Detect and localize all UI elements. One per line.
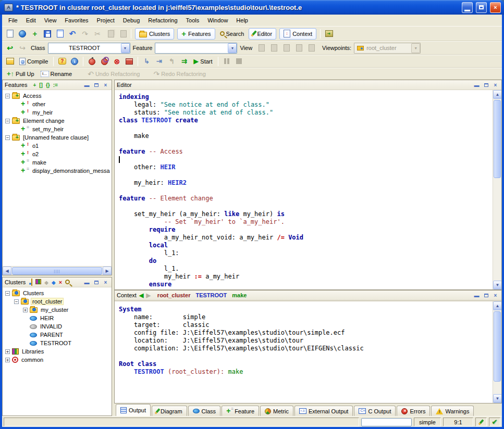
scroll-down-icon[interactable]: ▼ xyxy=(493,281,501,289)
search-button[interactable]: Search xyxy=(217,30,247,37)
menu-edit[interactable]: Edit xyxy=(22,16,40,25)
menu-view[interactable]: View xyxy=(40,16,61,25)
tab-errors[interactable]: Errors xyxy=(397,406,430,416)
minimize-button[interactable]: ▬ xyxy=(462,2,473,13)
feature-combobox-arrow-icon[interactable]: ▼ xyxy=(228,43,237,53)
editor-close-icon[interactable]: × xyxy=(491,82,499,89)
title-bar[interactable]: A * TESTROOT in cluster root_cluster loc… xyxy=(0,0,504,15)
tree-item-parent[interactable]: PARENT xyxy=(3,331,112,339)
new-cluster-icon[interactable] xyxy=(31,279,32,285)
save-icon[interactable] xyxy=(42,29,53,39)
pause-icon[interactable] xyxy=(221,56,232,67)
view-descendants-icon[interactable] xyxy=(305,43,316,53)
step-over-icon[interactable]: ⇥ xyxy=(153,56,165,67)
tab-c-output[interactable]: C Output xyxy=(354,406,396,416)
menu-debug[interactable]: Debug xyxy=(119,16,144,25)
menu-window[interactable]: Window xyxy=(203,16,232,25)
clusters-maximize-icon[interactable] xyxy=(92,279,100,286)
tree-item-root-cluster[interactable]: −root_cluster xyxy=(3,297,112,306)
expander-icon[interactable]: + xyxy=(23,308,28,312)
editor-toggle-button[interactable]: Editor xyxy=(249,28,276,40)
editor-panel-titlebar[interactable]: Editor ▬ × xyxy=(115,80,501,90)
editor-maximize-icon[interactable] xyxy=(482,82,490,89)
tree-item-libraries[interactable]: +Libraries xyxy=(3,347,112,356)
run-no-stop-icon[interactable]: ⇉ xyxy=(178,56,190,67)
context-vertical-scrollbar[interactable]: ▲ ▼ xyxy=(493,301,501,403)
tree-item-invalid[interactable]: INVALID xyxy=(3,322,112,331)
status-check-cell[interactable]: ✔ xyxy=(489,418,500,426)
editor-vertical-scrollbar[interactable]: ▲ ▼ xyxy=(493,90,501,289)
save-all-icon[interactable] xyxy=(54,29,66,39)
forward-icon[interactable]: ↪ xyxy=(17,43,28,53)
clusters-toggle-button[interactable]: Clusters xyxy=(135,28,174,40)
redo-refactoring-button[interactable]: ↷ Redo Refactoring xyxy=(151,69,208,79)
view-ancestors-icon[interactable] xyxy=(292,43,304,53)
features-maximize-icon[interactable] xyxy=(92,82,100,89)
project-settings-icon[interactable] xyxy=(4,56,16,67)
help-bubble-icon[interactable]: ? xyxy=(56,56,68,67)
disable-breakpoints-icon[interactable] xyxy=(99,56,110,67)
expander-icon[interactable]: − xyxy=(14,299,19,304)
features-minimize-icon[interactable]: ▬ xyxy=(83,82,91,89)
add-icon[interactable]: + xyxy=(29,29,41,39)
context-maximize-icon[interactable] xyxy=(482,292,490,299)
back-icon[interactable]: ↩ xyxy=(4,43,16,53)
editor-minimize-icon[interactable]: ▬ xyxy=(473,82,481,89)
editor-code[interactable]: indexing legal: "See notice at end of cl… xyxy=(115,90,493,289)
step-out-icon[interactable]: ↰ xyxy=(166,56,177,67)
context-minimize-icon[interactable]: ▬ xyxy=(473,292,481,299)
view-clients-icon[interactable] xyxy=(280,43,291,53)
step-into-icon[interactable]: ↳ xyxy=(141,56,152,67)
tree-item-make[interactable]: make xyxy=(3,158,112,167)
feature-combobox[interactable]: ▼ xyxy=(155,43,237,54)
features-close-icon[interactable]: × xyxy=(102,82,109,89)
features-scroll-thumb[interactable]: |||| xyxy=(12,267,102,275)
cut-icon[interactable]: ✂ xyxy=(92,29,103,39)
paste-icon[interactable] xyxy=(117,29,128,39)
context-scroll-thumb[interactable] xyxy=(494,311,501,382)
external-commands-icon[interactable] xyxy=(323,29,335,39)
tree-item-other[interactable]: other xyxy=(3,100,112,108)
clusters-minimize-icon[interactable]: ▬ xyxy=(83,279,91,286)
view-basic-icon[interactable] xyxy=(255,43,266,53)
enable-breakpoints-icon[interactable] xyxy=(86,56,97,67)
class-combobox[interactable]: TESTROOT ▼ xyxy=(48,43,130,54)
expander-icon[interactable]: − xyxy=(5,94,10,98)
context-panel-titlebar[interactable]: Context ◀ ▶ root_clusterTESTROOTmake ▬ × xyxy=(115,291,501,300)
breadcrumb-make[interactable]: make xyxy=(232,292,247,298)
clusters-search-icon[interactable] xyxy=(65,279,70,285)
expander-icon[interactable]: − xyxy=(5,119,10,123)
tab-warnings[interactable]: Warnings xyxy=(431,406,474,416)
tree-item-testroot[interactable]: TESTROOT xyxy=(3,339,112,347)
scroll-up-icon[interactable]: ▲ xyxy=(493,90,501,99)
start-button[interactable]: ▶ Start xyxy=(191,57,215,66)
tree-item-access[interactable]: −Access xyxy=(3,92,112,100)
status-search-input[interactable] xyxy=(361,418,412,426)
compile-button[interactable]: Compile xyxy=(17,57,51,66)
tree-item-my-heir[interactable]: my_heir xyxy=(3,108,112,117)
tree-item-display-demonstration-messa[interactable]: display_demonstration_messa xyxy=(3,167,112,175)
stop-icon[interactable] xyxy=(233,56,245,67)
menu-favorites[interactable]: Favorites xyxy=(60,16,92,25)
open-icon[interactable] xyxy=(17,29,28,39)
tab-metric[interactable]: Metric xyxy=(260,406,293,416)
tab-external-output[interactable]: External Output xyxy=(294,406,353,416)
breadcrumb-root-cluster[interactable]: root_cluster xyxy=(157,292,191,298)
expander-icon[interactable]: + xyxy=(5,349,10,354)
tab-diagram[interactable]: Diagram xyxy=(152,406,187,416)
context-forward-icon[interactable]: ▶ xyxy=(146,292,150,299)
scroll-left-icon[interactable]: ◀ xyxy=(3,267,11,275)
clusters-close-icon[interactable]: × xyxy=(102,279,109,286)
breakpoints-window-icon[interactable] xyxy=(124,56,135,67)
braces-icon[interactable]: {} xyxy=(46,82,50,88)
tree-item-common[interactable]: +common xyxy=(3,356,112,364)
context-toggle-button[interactable]: ⁞ Context xyxy=(279,28,316,40)
brackets-icon[interactable]: [] xyxy=(39,82,43,88)
rename-button[interactable]: I... Rename xyxy=(38,70,75,78)
tree-item-o2[interactable]: o2 xyxy=(3,150,112,158)
remove-breakpoints-icon[interactable]: ⊗ xyxy=(111,56,122,67)
redo-icon[interactable]: ↷ xyxy=(79,29,91,39)
expander-icon[interactable]: − xyxy=(5,291,10,296)
add-feature-icon[interactable]: + xyxy=(33,82,36,88)
tree-item-my-cluster[interactable]: +my_cluster xyxy=(3,306,112,314)
